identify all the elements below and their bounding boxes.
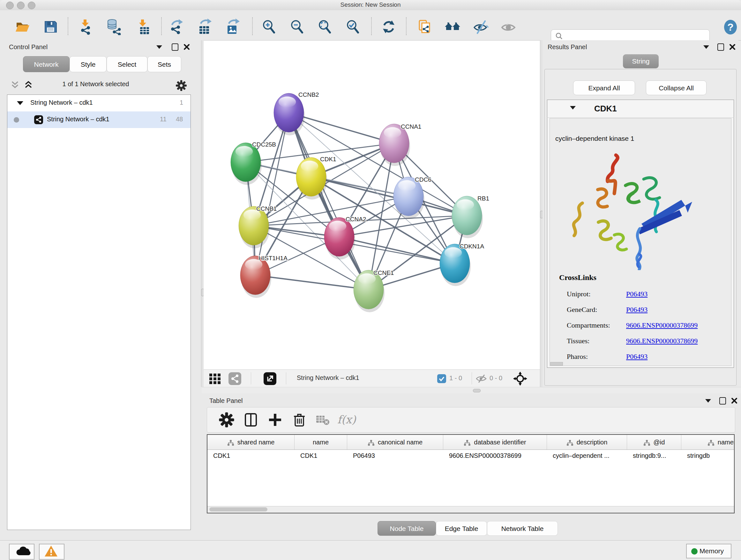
- cell-canonical-name[interactable]: P06493: [347, 449, 443, 462]
- horizontal-splitter-handle[interactable]: [473, 389, 481, 392]
- column-header-name[interactable]: name: [294, 435, 347, 449]
- network-node-CCNA1[interactable]: CCNA1: [379, 123, 421, 166]
- network-node-RB1[interactable]: RB1: [452, 195, 489, 238]
- show-hide-details-icon[interactable]: [472, 18, 489, 35]
- expand-all-icon[interactable]: [23, 80, 34, 90]
- tab-node-table[interactable]: Node Table: [378, 521, 436, 536]
- gear-icon[interactable]: [176, 80, 187, 91]
- network-edge-HIST1H1A-CCNE1[interactable]: [255, 275, 368, 290]
- panel-menu-icon[interactable]: [703, 45, 709, 49]
- cell-description[interactable]: cyclin–dependent ...: [547, 449, 627, 462]
- horizontal-splitter[interactable]: [202, 387, 741, 394]
- network-node-CCNB1[interactable]: CCNB1: [239, 205, 277, 248]
- collection-expand-icon[interactable]: [17, 101, 23, 105]
- scrollbar-thumb[interactable]: [209, 507, 267, 511]
- network-node-CDC6[interactable]: CDC6: [394, 176, 431, 219]
- zoom-in-icon[interactable]: [261, 18, 277, 35]
- home-icon[interactable]: [444, 18, 461, 35]
- tab-string[interactable]: String: [623, 54, 659, 68]
- network-node-CCNB2[interactable]: CCNB2: [274, 91, 319, 135]
- network-node-HIST1H1A[interactable]: HIST1H1A: [240, 255, 287, 298]
- table-row[interactable]: CDK1CDK1P064939606.ENSP00000378699cyclin…: [207, 449, 735, 462]
- tab-sets[interactable]: Sets: [147, 56, 181, 72]
- cell-database-identifier[interactable]: 9606.ENSP00000378699: [443, 449, 547, 462]
- export-table-icon[interactable]: [196, 18, 213, 35]
- warning-status-button[interactable]: [39, 544, 64, 560]
- show-columns-icon[interactable]: [243, 412, 259, 428]
- node-label-RB1: RB1: [477, 195, 489, 202]
- save-session-icon[interactable]: [42, 18, 59, 35]
- cell-at-id[interactable]: stringdb:9...: [627, 449, 681, 462]
- export-image-icon[interactable]: [224, 18, 241, 35]
- panel-close-icon[interactable]: [729, 44, 736, 51]
- cell-name[interactable]: CDK1: [294, 449, 347, 462]
- results-scrollbar-stub[interactable]: [550, 362, 563, 366]
- network-node-CCNA2[interactable]: CCNA2: [324, 216, 366, 260]
- cell-shared-name[interactable]: CDK1: [207, 449, 294, 462]
- memory-button[interactable]: Memory: [686, 544, 731, 558]
- panel-float-icon[interactable]: [718, 44, 724, 51]
- clone-network-icon[interactable]: [416, 18, 433, 35]
- panel-close-icon[interactable]: [183, 44, 190, 51]
- fit-selected-crosshair-icon[interactable]: [513, 372, 527, 386]
- cloud-status-button[interactable]: [9, 544, 35, 560]
- zoom-selected-icon[interactable]: [345, 18, 361, 35]
- crosslink-link[interactable]: P06493: [626, 353, 648, 361]
- selected-nodes-checkbox-icon[interactable]: [437, 374, 446, 383]
- column-header-description[interactable]: description: [547, 435, 627, 449]
- refresh-icon[interactable]: [381, 18, 397, 35]
- column-header-at-id[interactable]: @id: [627, 435, 681, 449]
- tab-style[interactable]: Style: [70, 56, 107, 72]
- network-edge-CDK1-RB1[interactable]: [311, 177, 467, 215]
- network-collection-row[interactable]: String Network – cdk1 1: [7, 95, 191, 111]
- cell-namespace[interactable]: stringdb: [681, 449, 735, 462]
- gene-collapse-icon[interactable]: [570, 106, 576, 110]
- network-row[interactable]: String Network – cdk1 11 48: [7, 111, 191, 128]
- collapse-all-button[interactable]: Collapse All: [646, 80, 706, 95]
- gene-header[interactable]: CDK1: [547, 100, 734, 118]
- zoom-out-icon[interactable]: [289, 18, 306, 35]
- import-table-file-icon[interactable]: [135, 18, 151, 35]
- birdseye-view-icon[interactable]: [209, 373, 222, 384]
- help-icon[interactable]: ?: [722, 19, 739, 36]
- table-horizontal-scrollbar[interactable]: [207, 506, 734, 513]
- search-input[interactable]: [565, 30, 707, 41]
- open-session-icon[interactable]: [14, 18, 30, 35]
- network-canvas[interactable]: CCNB2CCNA1CDC25BCDK1CDC6RB1CCNB1CCNA2CDK…: [204, 40, 540, 370]
- panel-float-icon[interactable]: [172, 44, 179, 51]
- panel-menu-icon[interactable]: [156, 45, 162, 49]
- column-header-shared-name[interactable]: shared name: [207, 435, 294, 449]
- network-edge-CCNA2-CDKN1A[interactable]: [339, 237, 455, 263]
- add-column-icon[interactable]: [267, 412, 283, 428]
- table-gear-icon[interactable]: [219, 412, 234, 428]
- column-header-database-identifier[interactable]: database identifier: [443, 435, 547, 449]
- delete-column-icon[interactable]: [291, 412, 307, 428]
- import-network-database-icon[interactable]: [105, 18, 122, 35]
- panel-close-icon[interactable]: [731, 397, 738, 404]
- column-header-canonical-name[interactable]: canonical name: [347, 435, 443, 449]
- popout-view-icon[interactable]: [264, 372, 276, 385]
- collapse-all-icon[interactable]: [10, 80, 20, 90]
- export-network-icon[interactable]: [168, 18, 185, 35]
- crosslink-link[interactable]: 9606.ENSP00000378699: [626, 337, 697, 345]
- network-edge-CCNB2-HIST1H1A[interactable]: [255, 113, 289, 275]
- crosslink-link[interactable]: P06493: [626, 290, 648, 298]
- crosslink-link[interactable]: 9606.ENSP00000378699: [626, 321, 697, 329]
- network-node-CCNE1[interactable]: CCNE1: [354, 269, 394, 312]
- network-edge-CCNB2-CCNE1[interactable]: [289, 113, 368, 290]
- tab-network-table[interactable]: Network Table: [487, 521, 558, 536]
- network-node-CDC25B[interactable]: CDC25B: [231, 141, 276, 185]
- network-list-header: 1 of 1 Network selected: [0, 77, 201, 93]
- zoom-fit-icon[interactable]: [317, 18, 333, 35]
- column-header-namespace[interactable]: namespace: [681, 435, 735, 449]
- network-node-CDKN1A[interactable]: CDKN1A: [440, 243, 484, 286]
- crosslink-link[interactable]: P06493: [626, 306, 648, 314]
- tab-network[interactable]: Network: [23, 56, 70, 72]
- network-node-CDK1[interactable]: CDK1: [296, 156, 336, 199]
- tab-edge-table[interactable]: Edge Table: [436, 521, 487, 536]
- panel-menu-icon[interactable]: [705, 399, 711, 402]
- expand-all-button[interactable]: Expand All: [573, 80, 635, 95]
- tab-select[interactable]: Select: [107, 56, 147, 72]
- import-network-file-icon[interactable]: [77, 18, 94, 35]
- panel-float-icon[interactable]: [719, 397, 726, 405]
